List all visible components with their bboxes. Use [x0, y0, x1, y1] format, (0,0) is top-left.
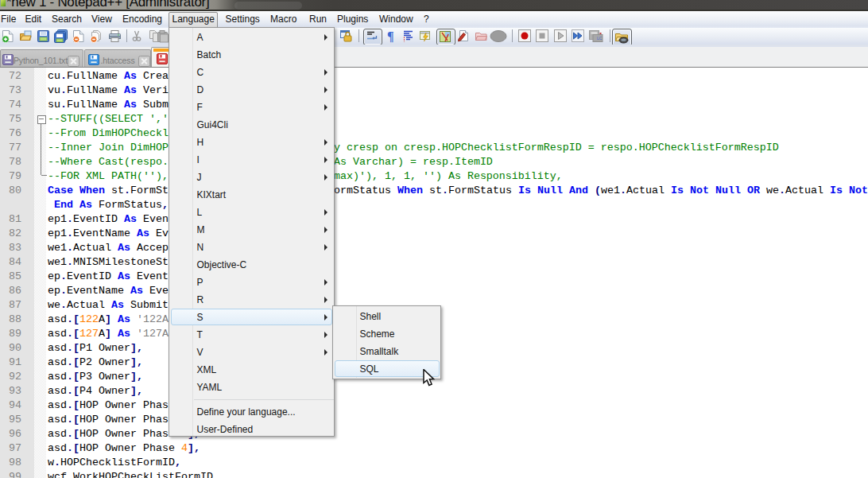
svg-text:LC: LC: [597, 36, 603, 41]
